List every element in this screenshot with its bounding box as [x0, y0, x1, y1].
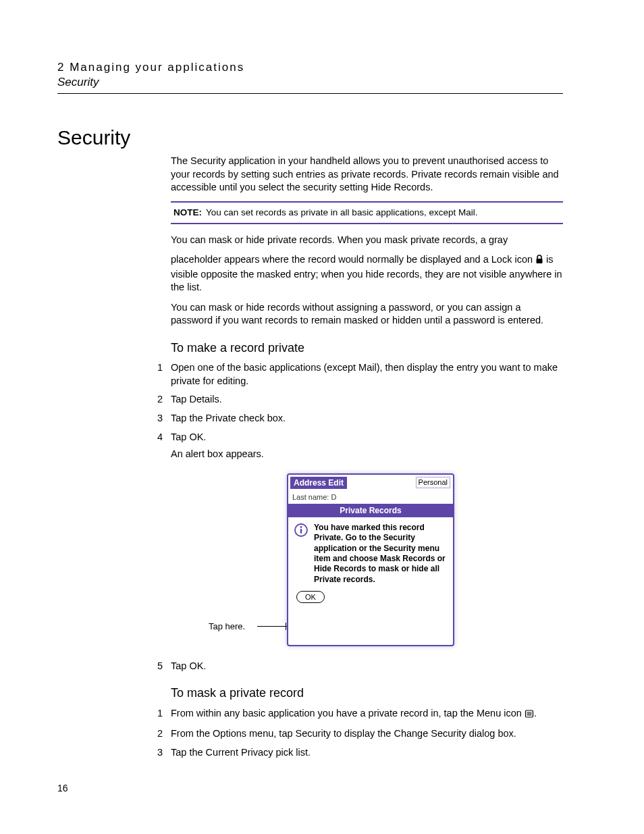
subheading-mask-private: To mask a private record [171, 685, 563, 701]
header-rule [57, 93, 563, 94]
device-titlebar: Address Edit Personal [288, 475, 453, 491]
note-text: You can set records as private in all ba… [206, 207, 477, 217]
mask-paragraph-2: You can mask or hide records without ass… [171, 301, 563, 328]
step-text-a: From within any basic application you ha… [171, 708, 525, 719]
device-category: Personal [416, 477, 450, 488]
step-text: Tap OK. An alert box appears. [171, 431, 563, 461]
step-number: 5 [144, 660, 163, 673]
device-title: Address Edit [290, 477, 347, 489]
device-button-row: OK [288, 585, 453, 609]
header-section-line: Security [57, 76, 563, 89]
note-label: NOTE: [173, 207, 202, 217]
steps-make-private-cont: 5 Tap OK. [144, 660, 563, 673]
page-title: Security [57, 126, 563, 149]
running-header: 2 Managing your applications Security [57, 61, 563, 89]
step-text: From the Options menu, tap Security to d… [171, 727, 563, 741]
callout-tick [286, 623, 286, 630]
step-text: Tap the Private check box. [171, 412, 563, 425]
device-mock: Address Edit Personal Last name: D Priva… [287, 473, 454, 646]
step-text-main: Tap OK. [171, 432, 206, 442]
info-icon [294, 523, 308, 538]
device-message: You have marked this record Private. Go … [314, 523, 448, 585]
svg-rect-0 [537, 259, 543, 263]
device-field-lastname: Last name: D [288, 491, 453, 502]
device-banner: Private Records [288, 504, 453, 517]
header-chapter-line: 2 Managing your applications [57, 61, 563, 74]
dialog-figure: Tap here. Address Edit Personal Last nam… [171, 473, 563, 649]
step-text-b: . [534, 708, 537, 719]
svg-point-2 [300, 526, 302, 528]
device-body: You have marked this record Private. Go … [288, 517, 453, 585]
step-text: Tap Details. [171, 393, 563, 407]
step-number: 2 [144, 393, 163, 407]
steps-make-private: 1 Open one of the basic applications (ex… [144, 361, 563, 461]
mask-paragraph-line1: You can mask or hide private records. Wh… [171, 234, 563, 247]
step-number: 2 [144, 727, 163, 741]
step-text: From within any basic application you ha… [171, 707, 563, 723]
subheading-make-private: To make a record private [171, 340, 563, 356]
svg-rect-3 [300, 529, 302, 533]
step-followup: An alert box appears. [171, 448, 563, 461]
step-number: 4 [144, 431, 163, 461]
page-number: 16 [57, 783, 68, 793]
lock-icon [535, 254, 543, 267]
page: 2 Managing your applications Security Se… [0, 0, 644, 834]
step-number: 1 [144, 707, 163, 723]
note-box: NOTE:You can set records as private in a… [171, 201, 563, 224]
menu-icon [525, 709, 534, 723]
body-column: The Security application in your handhel… [171, 155, 563, 759]
step-number: 3 [144, 412, 163, 425]
step-text: Tap OK. [171, 660, 563, 673]
mask-paragraph-line2: placeholder appears where the record wou… [171, 253, 563, 294]
mask-paragraph-line2a: placeholder appears where the record wou… [171, 254, 535, 265]
ok-button[interactable]: OK [296, 591, 325, 603]
steps-mask-private: 1 From within any basic application you … [144, 707, 563, 760]
callout-label: Tap here. [209, 621, 245, 633]
callout-line [257, 626, 287, 627]
step-number: 3 [144, 746, 163, 760]
step-text: Tap the Current Privacy pick list. [171, 746, 563, 760]
step-number: 1 [144, 361, 163, 388]
step-text: Open one of the basic applications (exce… [171, 361, 563, 388]
intro-paragraph: The Security application in your handhel… [171, 155, 563, 194]
